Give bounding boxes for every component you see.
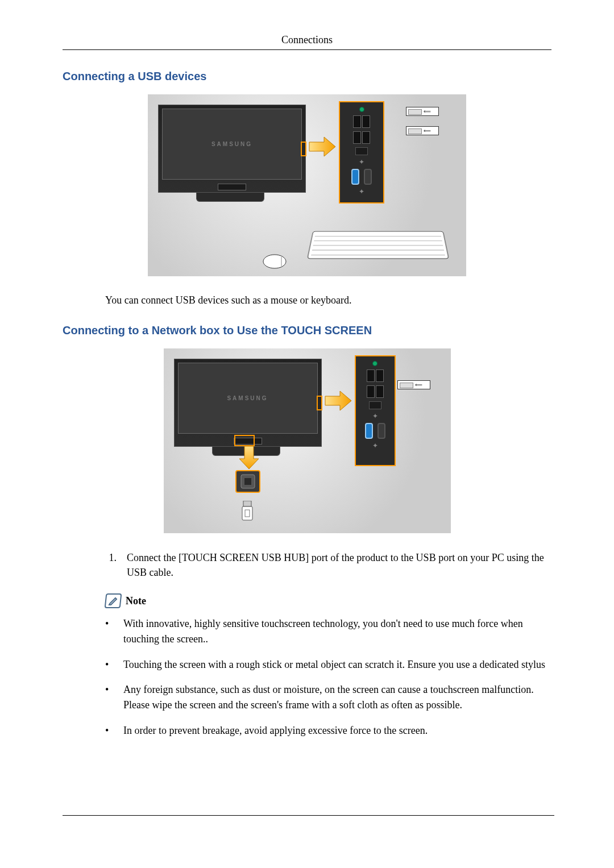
list-item: • In order to prevent breakage, avoid ap… xyxy=(105,723,551,738)
list-item: • Touching the screen with a rough stick… xyxy=(105,657,551,672)
footer-rule xyxy=(63,815,554,816)
led-icon xyxy=(359,107,364,112)
svg-rect-12 xyxy=(243,501,251,506)
monitor-brand: SAMSUNG xyxy=(227,395,268,401)
arrow-right-icon xyxy=(324,389,352,414)
svg-marker-9 xyxy=(239,446,259,469)
monitor-front: SAMSUNG xyxy=(158,105,306,193)
list-item: • Any foreign substance, such as dust or… xyxy=(105,682,551,712)
note-list: • With innovative, highly sensitive touc… xyxy=(105,616,551,738)
monitor-stand xyxy=(196,193,264,202)
svg-point-7 xyxy=(263,255,286,268)
screw-icon: ✦ xyxy=(372,442,378,449)
bullet-icon: • xyxy=(105,616,113,646)
monitor-bottom-port xyxy=(234,438,262,445)
page-header: Connections xyxy=(63,34,551,50)
arrow-right-icon xyxy=(308,135,337,160)
screw-icon: ✦ xyxy=(359,188,364,195)
usb-port-blue xyxy=(365,423,373,439)
arrow-down-icon xyxy=(238,445,260,470)
small-port xyxy=(369,401,381,409)
small-port xyxy=(355,147,368,155)
usb-port-grey xyxy=(364,169,372,185)
svg-marker-0 xyxy=(309,137,335,156)
side-port-highlight xyxy=(317,396,322,410)
note-heading: Note xyxy=(105,593,551,608)
side-port-highlight xyxy=(301,142,306,156)
usb-connector-2: ⟸ xyxy=(406,126,439,135)
bullet-icon: • xyxy=(105,657,113,672)
dual-port-2 xyxy=(367,385,384,398)
diagram-touch-screen: SAMSUNG xyxy=(63,348,551,533)
note-icon xyxy=(105,593,122,608)
network-hub-box xyxy=(235,470,260,493)
led-icon xyxy=(372,361,377,366)
dual-port-1 xyxy=(353,115,370,128)
bullet-icon: • xyxy=(105,723,113,738)
step-number: 1. xyxy=(105,550,117,580)
keyboard-illustration xyxy=(307,231,450,259)
bullet-icon: • xyxy=(105,682,113,712)
port-panel: ✦ ✦ xyxy=(355,355,396,466)
usb-caption: You can connect USB devices such as a mo… xyxy=(105,293,551,307)
svg-marker-15 xyxy=(325,391,351,410)
mouse-illustration xyxy=(262,254,288,269)
usb-connector-1: ⟸ xyxy=(406,107,439,116)
usb-connector: ⟸ xyxy=(397,380,430,389)
note-label: Note xyxy=(126,595,146,607)
svg-rect-11 xyxy=(244,478,251,485)
svg-rect-13 xyxy=(242,506,252,520)
usb-port-blue xyxy=(351,169,359,185)
list-item: • With innovative, highly sensitive touc… xyxy=(105,616,551,646)
monitor-bottom-port xyxy=(218,184,246,190)
usb-port-grey xyxy=(377,423,385,439)
step-item: 1. Connect the [TOUCH SCREEN USB HUB] po… xyxy=(105,550,551,580)
port-panel: ✦ ✦ xyxy=(339,101,384,203)
section-title-usb: Connecting a USB devices xyxy=(63,70,551,83)
dual-port-2 xyxy=(353,131,370,144)
diagram-usb-devices: SAMSUNG ✦ xyxy=(63,94,551,276)
screw-icon: ✦ xyxy=(359,159,364,165)
dual-port-1 xyxy=(367,369,384,382)
monitor-brand: SAMSUNG xyxy=(211,141,252,147)
svg-rect-1 xyxy=(308,231,449,259)
monitor-front: SAMSUNG xyxy=(174,359,322,447)
usb-micro-icon xyxy=(239,501,256,524)
step-text: Connect the [TOUCH SCREEN USB HUB] port … xyxy=(127,550,551,580)
screw-icon: ✦ xyxy=(372,413,378,420)
section-title-touch: Connecting to a Network box to Use the T… xyxy=(63,324,551,337)
